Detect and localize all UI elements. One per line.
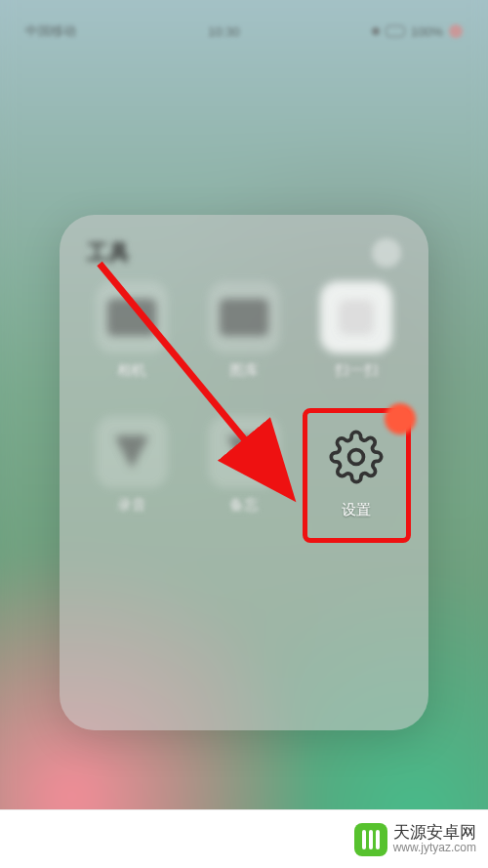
status-left: 中国移动: [25, 22, 76, 40]
generic-app-icon: [107, 299, 156, 336]
app-icon: [320, 421, 392, 493]
folder-header: 工具: [75, 236, 413, 277]
app-item[interactable]: 录音: [77, 416, 185, 543]
watermark-bar: 天源安卓网 www.jytyaz.com: [0, 809, 488, 868]
battery-icon: [386, 25, 405, 37]
carrier-label: 中国移动: [25, 22, 76, 40]
status-right: 100%: [372, 24, 463, 39]
app-item[interactable]: 图库: [189, 281, 298, 408]
app-folder-panel[interactable]: 工具 相机 图库 扫一扫: [60, 215, 428, 730]
status-indicator-icon: [449, 24, 463, 38]
settings-app[interactable]: 设置: [303, 408, 411, 543]
app-label: 备忘: [229, 496, 259, 515]
signal-icon: [372, 27, 380, 35]
watermark-text: 天源安卓网 www.jytyaz.com: [393, 824, 476, 855]
status-bar: 中国移动 10:30 100%: [0, 18, 488, 45]
generic-app-icon: [220, 299, 268, 336]
app-label: 录音: [117, 496, 146, 515]
app-label: 扫一扫: [335, 361, 379, 380]
app-label: 设置: [342, 501, 371, 519]
clock-label: 10:30: [208, 24, 240, 39]
app-label: 图库: [229, 361, 259, 380]
app-icon: [320, 281, 392, 353]
app-item[interactable]: 相机: [77, 281, 185, 408]
app-item[interactable]: 扫一扫: [303, 281, 411, 408]
watermark-logo-icon: [354, 823, 387, 856]
watermark-title: 天源安卓网: [393, 824, 476, 843]
app-icon: [96, 281, 168, 353]
notification-badge-icon: [385, 403, 416, 434]
phone-screen: 中国移动 10:30 100% 工具 相机: [0, 0, 488, 868]
close-icon[interactable]: [372, 238, 401, 268]
folder-grid: 相机 图库 扫一扫 录音: [75, 277, 413, 547]
generic-app-icon: [114, 435, 149, 469]
app-icon: [208, 281, 280, 353]
app-icon: [208, 416, 280, 488]
battery-label: 100%: [411, 24, 443, 39]
watermark-url: www.jytyaz.com: [393, 842, 476, 854]
app-label: 相机: [117, 361, 146, 380]
app-item[interactable]: 备忘: [189, 416, 298, 543]
generic-app-icon: [226, 435, 262, 469]
folder-title: 工具: [87, 238, 130, 268]
app-icon: [96, 416, 168, 488]
svg-point-0: [349, 450, 364, 465]
generic-app-icon: [339, 300, 374, 335]
gear-icon: [329, 430, 384, 484]
